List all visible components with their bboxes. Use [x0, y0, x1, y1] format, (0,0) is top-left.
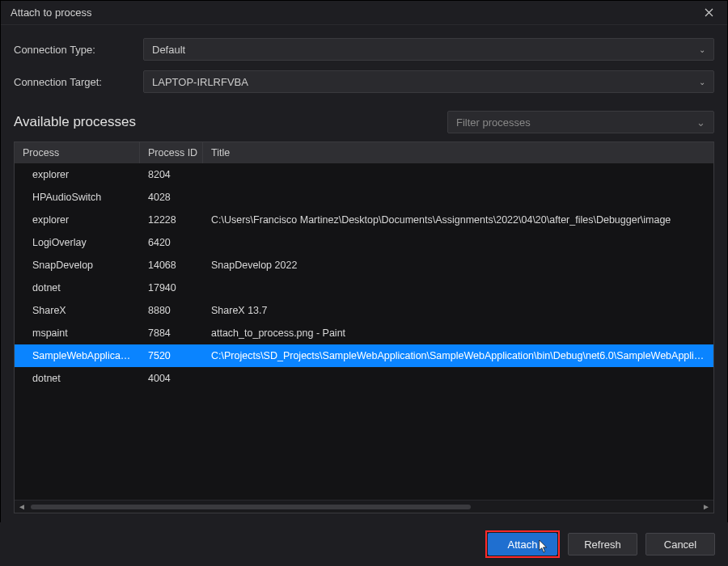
cell-process: LogiOverlay: [15, 237, 140, 248]
column-header-title[interactable]: Title: [203, 142, 713, 163]
process-table: Process Process ID Title explorer8204HPA…: [14, 142, 714, 513]
dialog-footer: Attach Refresh Cancel: [0, 522, 728, 566]
dialog-content: Connection Type: Default ⌄ Connection Ta…: [1, 25, 727, 513]
attach-button[interactable]: Attach: [488, 533, 557, 555]
cell-pid: 4004: [140, 373, 203, 384]
cell-title: C:\Users\Francisco Martinez\Desktop\Docu…: [203, 214, 713, 226]
cell-process: explorer: [15, 169, 140, 180]
cell-pid: 14068: [140, 260, 203, 271]
cell-title: ShareX 13.7: [203, 305, 713, 316]
cell-process: HPAudioSwitch: [15, 192, 140, 203]
cancel-button[interactable]: Cancel: [645, 533, 715, 555]
cell-process: SampleWebApplication: [15, 350, 140, 361]
connection-target-select[interactable]: LAPTOP-IRLRFVBA ⌄: [143, 70, 714, 93]
filter-placeholder: Filter processes: [456, 116, 531, 129]
table-row[interactable]: SampleWebApplication7520C:\Projects\SD_P…: [15, 344, 713, 367]
table-header: Process Process ID Title: [15, 142, 713, 163]
cell-process: explorer: [15, 214, 140, 226]
close-button[interactable]: [696, 1, 721, 25]
filter-processes-input[interactable]: Filter processes ⌄: [447, 111, 714, 133]
cell-pid: 7520: [140, 350, 203, 361]
scroll-track: [31, 503, 697, 511]
table-row[interactable]: dotnet17940: [15, 277, 713, 299]
horizontal-scrollbar[interactable]: ◄ ►: [15, 500, 713, 513]
connection-type-value: Default: [152, 44, 185, 56]
column-header-process[interactable]: Process: [15, 142, 140, 163]
titlebar: Attach to process: [1, 1, 727, 25]
cursor-icon: [539, 540, 548, 553]
cell-pid: 12228: [140, 214, 203, 226]
refresh-button[interactable]: Refresh: [568, 533, 637, 555]
chevron-down-icon: ⌄: [696, 116, 705, 129]
scroll-thumb[interactable]: [31, 505, 471, 509]
connection-type-row: Connection Type: Default ⌄: [14, 38, 714, 61]
cancel-button-label: Cancel: [664, 539, 696, 551]
cell-title: SnapDevelop 2022: [203, 260, 713, 271]
table-row[interactable]: explorer12228C:\Users\Francisco Martinez…: [15, 209, 713, 231]
cell-pid: 6420: [140, 237, 203, 248]
table-row[interactable]: ShareX8880ShareX 13.7: [15, 299, 713, 322]
cell-pid: 8204: [140, 169, 203, 180]
attach-highlight: Attach: [485, 530, 560, 558]
cell-process: SnapDevelop: [15, 260, 140, 271]
close-icon: [705, 8, 713, 17]
refresh-button-label: Refresh: [584, 539, 621, 551]
cell-pid: 4028: [140, 192, 203, 203]
connection-target-row: Connection Target: LAPTOP-IRLRFVBA ⌄: [14, 70, 714, 93]
chevron-down-icon: ⌄: [699, 78, 705, 87]
connection-type-label: Connection Type:: [14, 44, 143, 56]
table-body: explorer8204HPAudioSwitch4028explorer122…: [15, 163, 713, 500]
available-processes-heading: Available processes: [14, 114, 136, 130]
cell-title: attach_to_process.png - Paint: [203, 327, 713, 339]
scroll-right-icon: ►: [702, 502, 710, 511]
cell-process: ShareX: [15, 305, 140, 316]
processes-header-row: Available processes Filter processes ⌄: [14, 111, 714, 133]
window-title: Attach to process: [11, 6, 91, 19]
cell-pid: 17940: [140, 282, 203, 294]
cell-pid: 8880: [140, 305, 203, 316]
connection-type-select[interactable]: Default ⌄: [143, 38, 714, 61]
connection-target-label: Connection Target:: [14, 76, 143, 88]
table-row[interactable]: mspaint7884attach_to_process.png - Paint: [15, 322, 713, 344]
cell-process: mspaint: [15, 327, 140, 339]
table-row[interactable]: explorer8204: [15, 163, 713, 186]
cell-title: C:\Projects\SD_Projects\SampleWebApplica…: [203, 350, 713, 361]
cell-pid: 7884: [140, 327, 203, 339]
chevron-down-icon: ⌄: [699, 45, 705, 54]
table-row[interactable]: LogiOverlay6420: [15, 231, 713, 254]
table-row[interactable]: HPAudioSwitch4028: [15, 186, 713, 209]
table-row[interactable]: dotnet4004: [15, 367, 713, 390]
connection-target-value: LAPTOP-IRLRFVBA: [152, 76, 248, 88]
cell-process: dotnet: [15, 373, 140, 384]
column-header-pid[interactable]: Process ID: [140, 142, 203, 163]
table-row[interactable]: SnapDevelop14068SnapDevelop 2022: [15, 254, 713, 277]
cell-process: dotnet: [15, 282, 140, 294]
attach-button-label: Attach: [508, 539, 538, 551]
scroll-left-icon: ◄: [18, 502, 26, 511]
